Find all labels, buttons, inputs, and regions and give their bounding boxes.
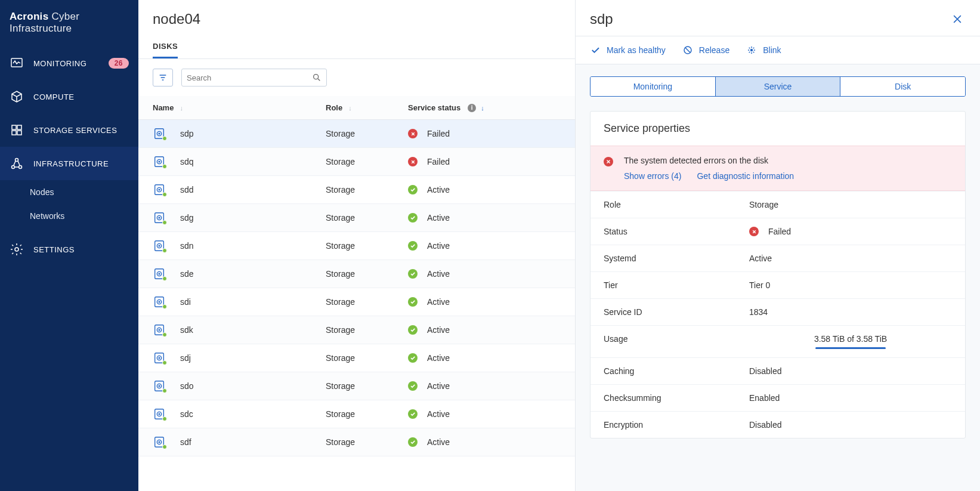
- svg-point-30: [159, 301, 160, 302]
- detail-actions: Mark as healthy Release Blink: [576, 36, 980, 64]
- nav-monitoring[interactable]: MONITORING 26: [0, 47, 138, 80]
- table-row[interactable]: sdeStorageActive: [138, 260, 575, 288]
- network-icon: [10, 156, 24, 171]
- tabs-row: DISKS: [138, 36, 575, 59]
- prop-service-id-value: 1834: [749, 307, 952, 317]
- filter-icon: [158, 73, 168, 82]
- tab-disk[interactable]: Disk: [840, 77, 965, 96]
- nav-infrastructure[interactable]: INFRASTRUCTURE: [0, 147, 138, 180]
- prop-tier: Tier Tier 0: [591, 271, 965, 298]
- prop-systemd-label: Systemd: [604, 254, 749, 263]
- disk-status: Failed: [427, 157, 450, 166]
- svg-rect-4: [17, 131, 21, 135]
- disk-icon: [153, 239, 166, 252]
- release-button[interactable]: Release: [682, 45, 729, 55]
- nav-settings[interactable]: SETTINGS: [0, 233, 138, 266]
- nav-infra-label: INFRASTRUCTURE: [33, 159, 109, 168]
- svg-point-8: [15, 248, 18, 251]
- service-properties-card: Service properties The system detected e…: [590, 111, 966, 438]
- blink-icon: [746, 45, 757, 55]
- disk-name: sdf: [180, 437, 191, 447]
- search-box[interactable]: [181, 69, 327, 87]
- nav-compute-label: COMPUTE: [33, 92, 75, 101]
- disk-role: Storage: [326, 185, 355, 194]
- disks-table: Name ↓ Role ↓ Service status i ↓ sdpStor…: [138, 96, 575, 491]
- prop-checksumming-value: Enabled: [749, 393, 952, 403]
- nav-storage-services[interactable]: STORAGE SERVICES: [0, 113, 138, 147]
- disk-name: sdn: [180, 241, 194, 251]
- disk-name: sde: [180, 269, 194, 279]
- disk-role: Storage: [326, 297, 355, 307]
- svg-point-6: [19, 166, 22, 169]
- nav-sub-nodes[interactable]: Nodes: [0, 180, 138, 204]
- table-row[interactable]: sdpStorageFailed: [138, 120, 575, 148]
- detail-header: sdp: [576, 0, 980, 36]
- table-row[interactable]: sdiStorageActive: [138, 288, 575, 316]
- close-button[interactable]: [949, 11, 966, 27]
- usage-bar: [815, 347, 886, 349]
- svg-rect-2: [17, 125, 21, 129]
- usage-text: 3.58 TiB of 3.58 TiB: [814, 334, 887, 344]
- tab-monitoring[interactable]: Monitoring: [591, 77, 715, 96]
- failed-icon: [408, 129, 418, 138]
- disk-status: Active: [427, 409, 450, 419]
- disk-icon: [153, 351, 166, 365]
- cube-icon: [10, 89, 24, 104]
- sidebar: Acronis Cyber Infrastructure MONITORING …: [0, 0, 138, 491]
- prop-checksumming: Checksumming Enabled: [591, 384, 965, 411]
- monitoring-badge: 26: [109, 58, 129, 69]
- svg-point-33: [159, 329, 160, 331]
- disk-icon: [153, 323, 166, 336]
- disk-status: Active: [427, 269, 450, 279]
- disk-name: sdq: [180, 157, 194, 166]
- disk-icon: [153, 436, 166, 449]
- diagnostic-link[interactable]: Get diagnostic information: [697, 171, 794, 181]
- active-icon: [408, 409, 418, 419]
- search-icon[interactable]: [312, 73, 321, 82]
- col-role-header[interactable]: Role ↓: [326, 103, 408, 112]
- nav-sub-networks[interactable]: Networks: [0, 204, 138, 228]
- table-row[interactable]: sdkStorageActive: [138, 316, 575, 344]
- disk-icon: [153, 211, 166, 224]
- tab-service[interactable]: Service: [715, 77, 840, 96]
- prop-status-text: Failed: [768, 227, 791, 236]
- svg-point-47: [751, 50, 753, 51]
- sort-arrow-icon: ↓: [481, 104, 484, 112]
- svg-point-39: [159, 385, 160, 387]
- disk-status: Active: [427, 353, 450, 363]
- col-status-header[interactable]: Service status i ↓: [408, 103, 515, 112]
- check-icon: [590, 45, 601, 55]
- table-row[interactable]: sdgStorageActive: [138, 204, 575, 232]
- prop-encryption-value: Disabled: [749, 420, 952, 430]
- table-row[interactable]: sdoStorageActive: [138, 372, 575, 400]
- prop-tier-value: Tier 0: [749, 280, 952, 290]
- disk-role: Storage: [326, 325, 355, 335]
- nav-compute[interactable]: COMPUTE: [0, 80, 138, 113]
- mark-healthy-button[interactable]: Mark as healthy: [590, 45, 666, 55]
- disk-name: sdk: [180, 325, 193, 335]
- alert-text: The system detected errors on the disk: [624, 156, 952, 165]
- svg-point-9: [314, 75, 319, 79]
- disk-icon: [153, 267, 166, 280]
- active-icon: [408, 269, 418, 279]
- active-icon: [408, 297, 418, 307]
- table-row[interactable]: sdjStorageActive: [138, 344, 575, 372]
- svg-point-18: [159, 189, 160, 190]
- table-row[interactable]: sddStorageActive: [138, 176, 575, 204]
- blink-button[interactable]: Blink: [746, 45, 781, 55]
- show-errors-link[interactable]: Show errors (4): [624, 171, 681, 181]
- table-row[interactable]: sdcStorageActive: [138, 400, 575, 428]
- table-row[interactable]: sdqStorageFailed: [138, 148, 575, 176]
- info-icon[interactable]: i: [468, 104, 476, 112]
- filter-button[interactable]: [153, 69, 173, 87]
- table-row[interactable]: sdfStorageActive: [138, 428, 575, 456]
- disk-status: Active: [427, 325, 450, 335]
- col-name-header[interactable]: Name ↓: [153, 103, 326, 112]
- detail-tabs: Monitoring Service Disk: [590, 76, 966, 97]
- search-input[interactable]: [187, 73, 312, 82]
- tab-disks[interactable]: DISKS: [153, 36, 178, 58]
- table-row[interactable]: sdnStorageActive: [138, 232, 575, 260]
- disk-name: sdc: [180, 409, 193, 419]
- prop-checksumming-label: Checksumming: [604, 393, 749, 403]
- prop-service-id-label: Service ID: [604, 307, 749, 317]
